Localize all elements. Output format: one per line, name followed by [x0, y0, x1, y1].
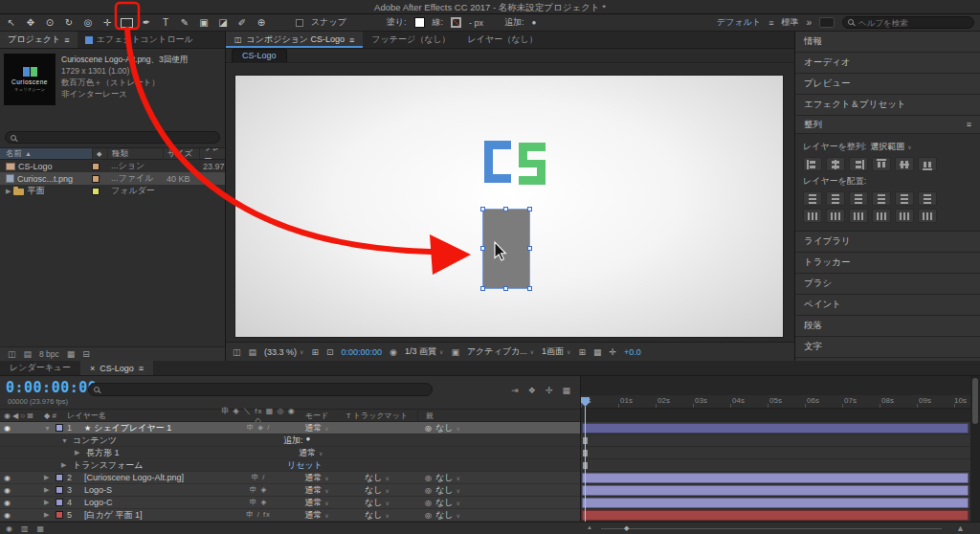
align-bottom-button[interactable] [918, 157, 937, 171]
layer-row-2-curioscene-png[interactable]: ◉ ▶ 2 [Curioscene Logo-Alt.png] 申 / 通常∨ … [0, 472, 580, 484]
snapshot-icon[interactable]: ◉ [390, 347, 397, 357]
parent-column-header[interactable]: 親 [417, 411, 580, 421]
scrollbar-thumb[interactable] [972, 378, 978, 424]
track-matte-select[interactable]: なし∨ [365, 472, 390, 484]
zoom-out-icon[interactable]: ▲ [587, 524, 592, 530]
selection-handle[interactable] [480, 207, 485, 211]
label-swatch[interactable] [92, 163, 100, 170]
bit-depth-button[interactable]: 8 bpc [39, 349, 59, 359]
selection-handle[interactable] [503, 207, 508, 211]
column-label[interactable]: ◆ [92, 148, 107, 159]
layer-row-1-shape-layer[interactable]: ◉ ▼ 1 ★シェイプレイヤー 1 申 ◈ / 通常∨ ◎なし∨ [0, 422, 580, 434]
hand-tool-icon[interactable]: ✥ [25, 17, 36, 28]
panel-info[interactable]: 情報 [795, 32, 980, 53]
pixel-aspect-icon[interactable]: ⊞ [579, 347, 587, 357]
delete-icon[interactable]: ⊟ [82, 349, 90, 359]
zoom-tool-icon[interactable]: ⊙ [44, 17, 56, 28]
label-swatch[interactable] [56, 511, 63, 519]
footage-thumbnail[interactable]: Curioscene キュリオシーン [4, 54, 56, 105]
expander-open-icon[interactable]: ▼ [44, 425, 56, 432]
layer-name[interactable]: [Curioscene Logo-Alt.png] [84, 473, 184, 482]
panel-menu-icon[interactable]: ≡ [349, 35, 354, 45]
layer-name-column-header[interactable]: レイヤー名 [63, 411, 220, 421]
workspace-overflow-icon[interactable]: » [806, 17, 812, 28]
composition-canvas[interactable] [235, 76, 783, 337]
distribute-v3-button[interactable] [849, 191, 868, 206]
distribute-v6-button[interactable] [918, 191, 937, 206]
panel-audio[interactable]: オーディオ [795, 53, 980, 74]
add-shape-icon[interactable]: ● [532, 18, 537, 27]
parent-select[interactable]: なし∨ [435, 422, 460, 434]
expander-closed-icon[interactable]: ▶ [61, 461, 73, 469]
label-swatch[interactable] [92, 175, 100, 183]
tab-layer[interactable]: レイヤー（なし） [459, 32, 546, 48]
project-row-solids-folder[interactable]: ▶平面 フォルダー [0, 185, 225, 197]
expander-open-icon[interactable]: ▼ [61, 437, 73, 444]
type-tool-icon[interactable]: T [160, 17, 171, 28]
resolution-select[interactable]: 1/3 画質∨ [405, 345, 443, 358]
eye-icon[interactable]: ◉ [4, 424, 11, 433]
pan-behind-tool-icon[interactable]: ✛ [101, 17, 113, 28]
tab-project[interactable]: プロジェクト ≡ [0, 32, 78, 48]
exposure-value[interactable]: +0.0 [624, 347, 641, 357]
align-center-vertical-button[interactable] [895, 157, 914, 171]
panel-character[interactable]: 文字 [795, 337, 980, 358]
close-icon[interactable]: × [90, 364, 95, 373]
pickwhip-icon[interactable]: ◎ [425, 474, 432, 482]
video-column-icon[interactable]: ◉ [4, 412, 12, 420]
help-search-field[interactable] [842, 16, 974, 29]
pickwhip-icon[interactable]: ◎ [425, 486, 432, 495]
project-row-cs-logo[interactable]: CS-Logo ...ション 23.97 [0, 160, 225, 172]
composition-viewer[interactable] [226, 64, 794, 342]
expand-icon[interactable]: ▶ [6, 188, 11, 195]
blend-mode-select[interactable]: 通常∨ [304, 509, 328, 522]
distribute-h3-button[interactable] [849, 209, 868, 223]
shape-layer-rectangle[interactable] [483, 210, 529, 288]
duration-bar-layer-4[interactable] [582, 498, 969, 508]
track-matte-select[interactable]: なし∨ [365, 509, 390, 522]
property-row-rectangle-1[interactable]: ▶ 長方形 1 通常∨ [0, 447, 580, 459]
pickwhip-icon[interactable]: ◎ [425, 511, 432, 520]
roto-brush-tool-icon[interactable]: ✐ [236, 17, 248, 28]
distribute-v2-button[interactable] [826, 191, 845, 206]
layer-row-4-logo-c[interactable]: ◉ ▶ 4 Logo-C 申 ◈ 通常∨ なし∨ ◎なし∨ [0, 497, 580, 509]
fast-previews-icon[interactable]: ▣ [451, 347, 459, 357]
eraser-tool-icon[interactable]: ◪ [217, 17, 229, 28]
expander-closed-icon[interactable]: ▶ [44, 486, 56, 494]
property-name[interactable]: 長方形 1 [86, 447, 120, 459]
distribute-h1-button[interactable] [803, 209, 822, 223]
panel-tracker[interactable]: トラッカー [795, 253, 980, 274]
time-navigator-track[interactable] [601, 528, 942, 529]
property-row-contents[interactable]: ▼ コンテンツ 追加:● [0, 434, 580, 447]
align-target-select[interactable]: 選択範囲∨ [870, 141, 911, 153]
stroke-swatch[interactable] [451, 17, 461, 28]
distribute-h5-button[interactable] [895, 209, 914, 223]
panel-menu-icon[interactable]: ≡ [139, 364, 144, 373]
panel-brushes[interactable]: ブラシ [795, 274, 980, 295]
expander-closed-icon[interactable]: ▶ [44, 511, 56, 519]
align-left-button[interactable] [803, 157, 822, 171]
duration-bar-layer-2[interactable] [582, 473, 969, 483]
layer-row-3-logo-s[interactable]: ◉ ▶ 3 Logo-S 申 ◈ 通常∨ なし∨ ◎なし∨ [0, 484, 580, 497]
panel-effects-presets[interactable]: エフェクト＆プリセット [795, 95, 980, 116]
layer-switches[interactable]: 申 ◈ [220, 498, 297, 507]
label-swatch[interactable] [56, 424, 63, 432]
add-property-label[interactable]: 追加: [283, 434, 303, 447]
distribute-h6-button[interactable] [918, 209, 937, 223]
camera-select[interactable]: アクティブカ...∨ [467, 345, 534, 358]
composition-mini-flowchart-icon[interactable]: ⇥ [511, 386, 519, 395]
distribute-v1-button[interactable] [803, 191, 822, 206]
solo-column-icon[interactable]: ○ [20, 412, 27, 420]
pickwhip-icon[interactable]: ◎ [425, 499, 432, 507]
parent-select[interactable]: なし∨ [435, 497, 460, 509]
tab-footage[interactable]: フッテージ（なし） [363, 32, 458, 48]
column-type[interactable]: 種類 [107, 148, 163, 159]
number-column-header[interactable]: # [52, 412, 56, 420]
time-ruler[interactable]: 0s 01s 02s 03s 04s 05s 06s 07s 08s 09s 1… [581, 395, 970, 409]
duration-bar-layer-5[interactable] [582, 510, 969, 521]
parent-select[interactable]: なし∨ [435, 509, 460, 522]
panel-align[interactable]: 整列 ≡ [795, 116, 980, 134]
rectangle-blend-mode-select[interactable]: 通常∨ [299, 447, 323, 459]
puppet-pin-tool-icon[interactable]: ⊕ [256, 17, 267, 28]
expander-closed-icon[interactable]: ▶ [44, 474, 56, 481]
